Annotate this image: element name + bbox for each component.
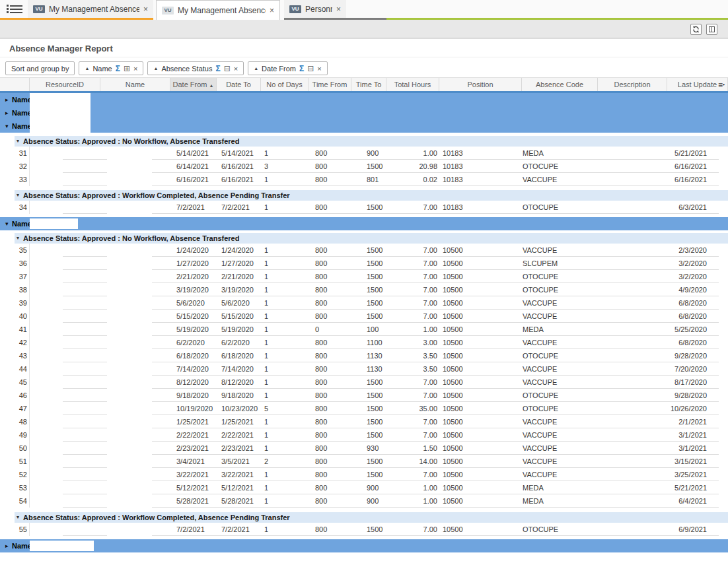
status-group-row[interactable]: ▾Absence Status: Approved : Workflow Com… bbox=[15, 190, 728, 201]
cell-position: 10500 bbox=[439, 296, 522, 310]
sort-asc-icon[interactable]: ▲ bbox=[254, 66, 258, 71]
table-row[interactable]: 383/19/20203/19/2020180015007.0010500OTO… bbox=[0, 283, 728, 296]
table-row[interactable]: 481/25/20211/25/2021180015007.0010500VAC… bbox=[0, 415, 728, 428]
table-row[interactable]: 336/16/20216/16/202118008010.0210183VACC… bbox=[0, 173, 728, 186]
group-expand-arrow[interactable]: ▸ bbox=[5, 106, 9, 119]
cell-time-from: 800 bbox=[309, 481, 351, 494]
cell-total-hours: 20.98 bbox=[386, 160, 439, 173]
sum-sigma-icon[interactable]: Σ bbox=[116, 64, 120, 73]
remove-group-icon[interactable]: × bbox=[133, 65, 137, 73]
table-row[interactable]: 513/4/20213/5/20212800150014.0010500VACC… bbox=[0, 455, 728, 468]
close-icon[interactable]: × bbox=[270, 6, 274, 15]
name-group-row[interactable]: ▸Name: bbox=[0, 539, 728, 552]
cell-time-to: 1500 bbox=[351, 283, 386, 296]
column-header-time-from[interactable]: Time From bbox=[309, 78, 351, 91]
close-icon[interactable]: × bbox=[336, 5, 341, 14]
table-row[interactable]: 557/2/20217/2/2021180015007.0010500OTOCU… bbox=[0, 523, 728, 536]
tab-list-icon[interactable] bbox=[7, 3, 22, 16]
table-row[interactable]: 458/12/20208/12/2020180015007.0010500VAC… bbox=[0, 376, 728, 389]
table-row[interactable]: 436/18/20206/18/2020180011303.5010500OTO… bbox=[0, 349, 728, 362]
column-header-time-to[interactable]: Time To bbox=[351, 78, 386, 91]
group-expand-arrow[interactable]: ▾ bbox=[17, 512, 19, 523]
group-chip-absence-status[interactable]: ▲ Absence Status Σ ⊟ × bbox=[147, 61, 244, 75]
cell-description bbox=[598, 523, 667, 536]
group-expand-arrow[interactable]: ▾ bbox=[17, 233, 19, 244]
cell-name bbox=[100, 160, 170, 173]
tab-my-management-absences-1[interactable]: VU My Management Absences × bbox=[28, 0, 153, 18]
name-group-row[interactable]: ▸Name bbox=[0, 106, 728, 119]
cell-resource-id bbox=[30, 362, 100, 376]
remove-group-icon[interactable]: × bbox=[317, 65, 321, 73]
group-expand-arrow[interactable]: ▾ bbox=[5, 217, 9, 230]
sum-sigma-icon[interactable]: Σ bbox=[215, 64, 220, 73]
cell-rownum: 41 bbox=[0, 323, 30, 336]
column-header-total-hours[interactable]: Total Hours bbox=[386, 78, 439, 91]
collapse-box-icon[interactable]: ⊟ bbox=[224, 64, 231, 73]
cell-absence-code: VACCUPE bbox=[522, 442, 598, 455]
table-row[interactable]: 535/12/20215/12/202118009001.0010500MEDA… bbox=[0, 481, 728, 494]
group-chip-name[interactable]: ▲ Name Σ ⊞ × bbox=[79, 61, 143, 75]
table-row[interactable]: 447/14/20207/14/2020180011303.5010500VAC… bbox=[0, 362, 728, 376]
collapse-box-icon[interactable]: ⊟ bbox=[307, 64, 314, 73]
group-expand-arrow[interactable]: ▸ bbox=[5, 539, 9, 552]
tab-my-management-absences-2-active[interactable]: VU My Management Absences × bbox=[156, 0, 280, 20]
status-group-row[interactable]: ▾Absence Status: Approved : No Workflow,… bbox=[15, 233, 728, 244]
table-row[interactable]: 492/22/20212/22/2021180015007.0010500VAC… bbox=[0, 428, 728, 442]
remove-group-icon[interactable]: × bbox=[234, 65, 238, 73]
table-row[interactable]: 502/23/20212/23/202118009301.5010500VACC… bbox=[0, 442, 728, 455]
table-row[interactable]: 315/14/20215/14/202118009001.0010183MEDA… bbox=[0, 147, 728, 160]
tab-personnel[interactable]: VU Personnel × bbox=[284, 0, 346, 18]
cell-no-of-days: 1 bbox=[261, 336, 309, 349]
name-group-row[interactable]: ▾Name bbox=[0, 119, 728, 133]
cell-time-from: 800 bbox=[309, 402, 351, 415]
group-label: Name bbox=[12, 106, 32, 119]
table-row[interactable]: 372/21/20202/21/2020180015007.0010500OTO… bbox=[0, 270, 728, 283]
sort-asc-icon[interactable]: ▲ bbox=[153, 66, 158, 71]
cell-absence-code: MEDA bbox=[522, 147, 598, 160]
column-header-resource-id[interactable]: ResourceID bbox=[30, 78, 100, 91]
refresh-button[interactable] bbox=[690, 24, 702, 35]
group-expand-arrow[interactable]: ▾ bbox=[17, 190, 19, 201]
table-row[interactable]: 426/2/20206/2/2020180011003.0010500VACCU… bbox=[0, 336, 728, 349]
table-row[interactable]: 4710/19/202010/23/20205800150035.0010500… bbox=[0, 402, 728, 415]
cell-time-from: 800 bbox=[309, 147, 351, 160]
column-header-position[interactable]: Position bbox=[439, 78, 522, 91]
column-header-date-to[interactable]: Date To bbox=[217, 78, 261, 91]
column-header-no-of-days[interactable]: No of Days bbox=[261, 78, 309, 91]
group-expand-arrow[interactable]: ▸ bbox=[5, 93, 9, 106]
column-menu-button[interactable]: ≡▾ bbox=[716, 79, 727, 90]
sum-sigma-icon[interactable]: Σ bbox=[299, 64, 304, 73]
name-group-row[interactable]: ▸Name bbox=[0, 93, 728, 106]
table-row[interactable]: 405/15/20205/15/2020180015007.0010500VAC… bbox=[0, 310, 728, 323]
sort-asc-icon[interactable]: ▲ bbox=[85, 66, 89, 71]
column-header-description[interactable]: Description bbox=[598, 78, 667, 91]
group-expand-arrow[interactable]: ▾ bbox=[5, 119, 9, 133]
status-group-row[interactable]: ▾Absence Status: Approved : Workflow Com… bbox=[15, 512, 728, 523]
group-expand-arrow[interactable]: ▾ bbox=[17, 136, 19, 147]
cell-date-to: 5/28/2021 bbox=[217, 494, 261, 508]
grid-header: ResourceID Name Date From▲ Date To No of… bbox=[0, 77, 728, 91]
table-row[interactable]: 326/14/20216/16/20213800150020.9810183OT… bbox=[0, 160, 728, 173]
column-header-absence-code[interactable]: Absence Code bbox=[522, 78, 598, 91]
cell-total-hours: 7.00 bbox=[386, 523, 439, 536]
column-header-rownum[interactable] bbox=[0, 78, 30, 91]
table-row[interactable]: 347/2/20217/2/2021180015007.0010183OTOCU… bbox=[0, 201, 728, 214]
split-view-button[interactable] bbox=[706, 24, 717, 35]
name-group-row[interactable]: ▾Name: bbox=[0, 217, 728, 230]
table-row[interactable]: 545/28/20215/28/202118009001.0010500MEDA… bbox=[0, 494, 728, 508]
cell-time-to: 1500 bbox=[351, 244, 386, 257]
group-chip-date-from[interactable]: ▲ Date From Σ ⊟ × bbox=[248, 61, 328, 75]
status-group-row[interactable]: ▾Absence Status: Approved : No Workflow,… bbox=[15, 136, 728, 147]
table-row[interactable]: 395/6/20205/6/2020180015007.0010500VACCU… bbox=[0, 296, 728, 310]
table-row[interactable]: 469/18/20209/18/2020180015007.0010500OTO… bbox=[0, 389, 728, 402]
column-header-name[interactable]: Name bbox=[100, 78, 170, 91]
close-icon[interactable]: × bbox=[143, 5, 148, 14]
sort-and-group-by-button[interactable]: Sort and group by bbox=[5, 61, 75, 75]
column-header-date-from[interactable]: Date From▲ bbox=[170, 78, 217, 91]
expand-box-icon[interactable]: ⊞ bbox=[124, 64, 130, 73]
table-row[interactable]: 415/19/20205/19/2020101001.0010500MEDA5/… bbox=[0, 323, 728, 336]
table-row[interactable]: 361/27/20201/27/2020180015007.0010500SLC… bbox=[0, 257, 728, 270]
table-row[interactable]: 523/22/20213/22/2021180015007.0010500VAC… bbox=[0, 468, 728, 481]
table-row[interactable]: 351/24/20201/24/2020180015007.0010500VAC… bbox=[0, 244, 728, 257]
cell-position: 10500 bbox=[439, 244, 522, 257]
